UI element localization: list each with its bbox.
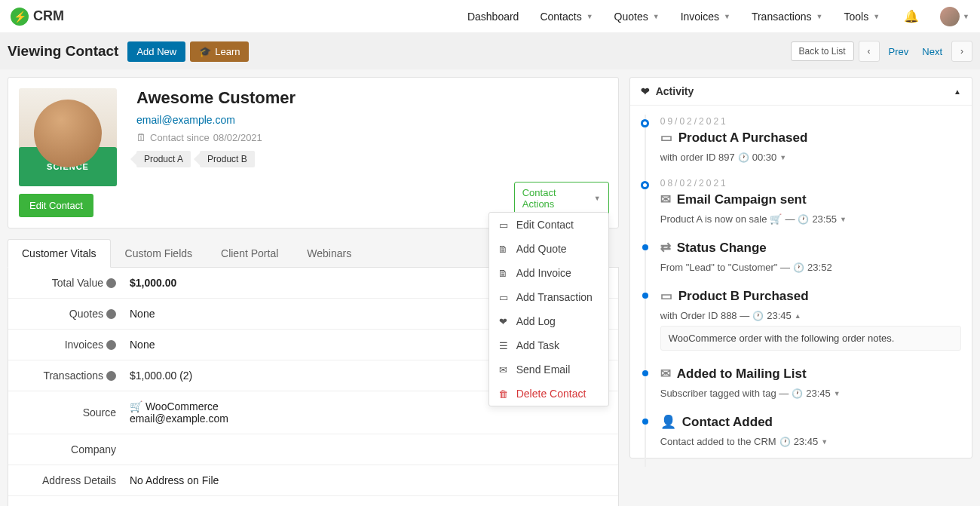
action-transaction-label: Add Transaction [516, 291, 593, 303]
action-log-label: Add Log [516, 315, 556, 327]
activity-sub: with order ID 897 [660, 152, 735, 163]
clock-icon: 🕐 [792, 388, 803, 399]
credit-card-icon: ▭ [660, 130, 672, 146]
info-icon[interactable] [106, 340, 116, 350]
action-edit-contact[interactable]: ▭Edit Contact [489, 213, 608, 237]
top-bar: ⚡ CRM Dashboard Contacts▼ Quotes▼ Invoic… [0, 0, 980, 33]
timeline-dot [642, 419, 648, 425]
activity-title-text: Email Campaign sent [677, 192, 807, 207]
activity-item: 08/02/2021 ✉Email Campaign sent Product … [630, 178, 961, 225]
action-email-label: Send Email [516, 363, 571, 376]
activity-time: 23:45 [806, 388, 831, 399]
info-icon[interactable] [106, 309, 116, 319]
activity-sub: Contact added to the CRM [660, 436, 776, 447]
nav-invoices[interactable]: Invoices▼ [681, 11, 730, 23]
action-invoice-label: Add Invoice [516, 267, 571, 279]
user-avatar[interactable] [940, 7, 960, 26]
logo-icon: ⚡ [11, 8, 29, 26]
user-icon: 👤 [660, 414, 676, 430]
nav-dashboard[interactable]: Dashboard [467, 11, 519, 23]
chevron-down-icon: ▼ [873, 13, 880, 20]
heartbeat-icon: ❤ [641, 85, 650, 97]
vitals-quotes-label: Quotes [69, 308, 103, 320]
activity-date: 09/02/2021 [660, 116, 961, 127]
graduation-cap-icon: 🎓 [199, 46, 211, 57]
activity-card: ❤ Activity ▲ 09/02/2021 ▭Product A Purch… [629, 77, 972, 458]
nav-contacts[interactable]: Contacts▼ [540, 11, 593, 23]
timeline-dot [642, 244, 648, 250]
activity-item: ⇄Status Change From "Lead" to "Customer"… [630, 240, 961, 273]
nav-transactions-label: Transactions [752, 11, 812, 23]
chevron-down-icon: ▼ [586, 13, 593, 20]
action-delete-contact[interactable]: 🗑Delete Contact [489, 382, 608, 406]
contact-email[interactable]: email@example.com [136, 114, 235, 126]
activity-title-text: Added to Mailing List [677, 366, 807, 382]
credit-card-icon: ▭ [660, 288, 672, 304]
nav-contacts-label: Contacts [540, 11, 581, 23]
tag-product-b[interactable]: Product B [200, 151, 255, 167]
collapse-icon[interactable]: ▲ [954, 87, 961, 96]
nav-transactions[interactable]: Transactions▼ [752, 11, 823, 23]
add-new-button[interactable]: Add New [127, 41, 185, 62]
activity-sub: From "Lead" to "Customer" — [660, 262, 790, 273]
tab-webinars[interactable]: Webinars [292, 239, 366, 267]
info-icon[interactable] [106, 371, 116, 381]
contact-actions-button[interactable]: Contact Actions▼ [514, 182, 609, 215]
activity-title-text: Contact Added [682, 415, 773, 430]
next-icon-button[interactable]: › [951, 41, 972, 62]
nav-invoices-label: Invoices [681, 11, 719, 23]
action-add-log[interactable]: ❤Add Log [489, 309, 608, 333]
notifications-icon[interactable]: 🔔 [904, 9, 919, 23]
vitals-total-label: Total Value [52, 277, 103, 289]
chevron-down-icon[interactable]: ▼ [779, 154, 786, 161]
activity-sub: with Order ID 888 — [660, 310, 750, 321]
vitals-invoices-value: None [130, 339, 155, 351]
edit-contact-button[interactable]: Edit Contact [19, 194, 93, 217]
prev-link[interactable]: Prev [884, 46, 914, 57]
action-add-invoice[interactable]: 🗎Add Invoice [489, 261, 608, 285]
page-title: Viewing Contact [8, 43, 118, 60]
tag-product-a[interactable]: Product A [136, 151, 191, 167]
vitals-source-email: email@example.com [130, 412, 228, 425]
next-link[interactable]: Next [917, 46, 947, 57]
vitals-transactions-value: $1,000.00 (2) [130, 370, 192, 382]
learn-button[interactable]: 🎓Learn [190, 41, 249, 62]
since-date: 08/02/2021 [213, 132, 262, 143]
calendar-icon: ☰ [498, 340, 509, 351]
activity-time: 23:52 [807, 262, 832, 273]
chevron-down-icon[interactable]: ▼ [963, 13, 969, 20]
main-content: SCIENCE Edit Contact Awesome Customer em… [0, 69, 980, 506]
vitals-company-label: Company [71, 443, 116, 455]
vitals-address-label: Address Details [42, 474, 116, 486]
chevron-down-icon[interactable]: ▼ [821, 438, 828, 446]
nav-quotes[interactable]: Quotes▼ [614, 11, 660, 23]
contact-since: 🗓 Contact since 08/02/2021 [136, 132, 296, 143]
action-add-transaction[interactable]: ▭Add Transaction [489, 285, 608, 309]
info-icon[interactable] [106, 278, 116, 288]
chevron-up-icon[interactable]: ▲ [795, 312, 801, 320]
activity-time: 23:45 [794, 436, 819, 447]
tab-vitals[interactable]: Customer Vitals [8, 239, 111, 268]
contact-actions-label: Contact Actions [522, 187, 588, 210]
tab-client-portal[interactable]: Client Portal [207, 239, 292, 267]
tab-custom-fields[interactable]: Custom Fields [111, 239, 207, 267]
timeline-dot [641, 119, 649, 127]
action-send-email[interactable]: ✉Send Email [489, 357, 608, 382]
activity-title-text: Product A Purchased [678, 130, 808, 146]
prev-icon-button[interactable]: ‹ [859, 41, 880, 62]
cart-icon: 🛒 [130, 400, 142, 412]
vitals-quotes-value: None [130, 308, 155, 320]
chevron-down-icon[interactable]: ▼ [840, 216, 847, 223]
action-add-task[interactable]: ☰Add Task [489, 333, 608, 357]
activity-title-text: Status Change [677, 241, 767, 256]
chevron-down-icon[interactable]: ▼ [834, 390, 841, 397]
back-to-list-button[interactable]: Back to List [791, 41, 854, 61]
vitals-source-label: Source [83, 406, 116, 419]
action-task-label: Add Task [516, 339, 559, 351]
logo[interactable]: ⚡ CRM [11, 8, 64, 26]
nav-tools[interactable]: Tools▼ [844, 11, 880, 23]
trash-icon: 🗑 [498, 388, 509, 400]
activity-sub: Subscriber tagged with tag — [660, 388, 789, 399]
activity-title-text: Product B Purchased [678, 289, 809, 304]
action-add-quote[interactable]: 🗎Add Quote [489, 237, 608, 261]
